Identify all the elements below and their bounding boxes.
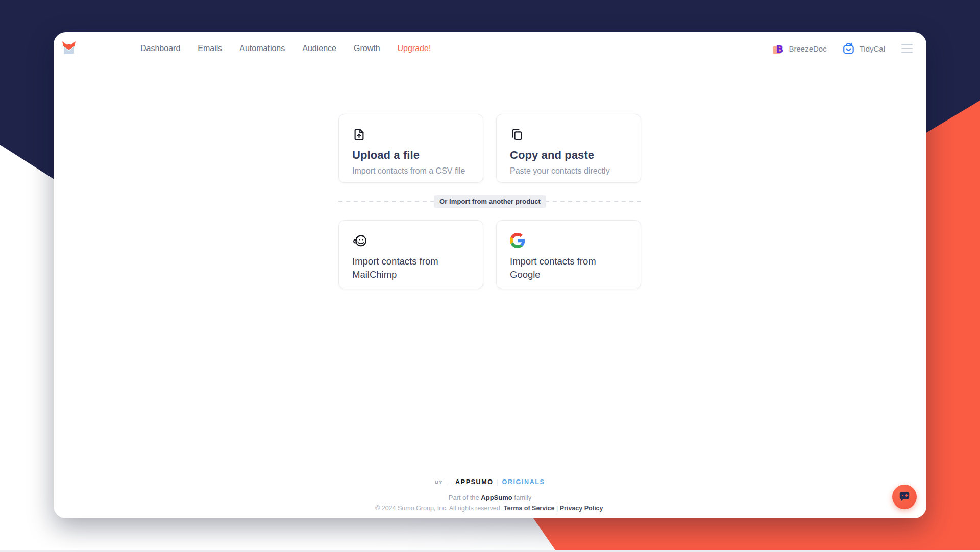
upload-file-subtitle: Import contacts from a CSV file [352,166,470,176]
mailchimp-icon [352,233,368,249]
privacy-policy-link[interactable]: Privacy Policy [560,505,603,512]
copy-paste-subtitle: Paste your contacts directly [510,166,627,176]
nav-item-growth[interactable]: Growth [354,44,380,53]
family-suffix: family [512,494,532,501]
import-providers-row: Import contacts from MailChimp Import co… [338,220,642,289]
family-brand: AppSumo [481,494,512,501]
import-methods-row: Upload a file Import contacts from a CSV… [338,114,642,183]
terms-of-service-link[interactable]: Terms of Service [504,505,555,512]
chat-widget-button[interactable] [892,485,917,509]
byline-pipe: | [497,478,498,486]
tidycal-label: TidyCal [860,44,885,53]
page-background: Dashboard Emails Automations Audience Gr… [0,0,980,552]
nav-item-emails[interactable]: Emails [198,44,222,53]
upload-file-card[interactable]: Upload a file Import contacts from a CSV… [338,114,483,183]
nav-right-group: B BreezeDoc TidyCal [772,42,914,55]
divider-badge: Or import from another product [434,195,546,208]
svg-text:B: B [776,43,783,55]
legal-separator: | [555,505,560,512]
copy-paste-title: Copy and paste [510,149,627,162]
mailchimp-import-card[interactable]: Import contacts from MailChimp [338,220,483,289]
google-import-title: Import contacts from Google [510,255,620,282]
appsumo-brand: APPSUMO [455,478,493,486]
copyright-line: © 2024 Sumo Group, Inc. All rights reser… [54,505,926,512]
google-import-card[interactable]: Import contacts from Google [496,220,641,289]
file-upload-icon [352,128,366,141]
family-prefix: Part of the [449,494,481,501]
upload-file-title: Upload a file [352,149,470,162]
copyright-text: © 2024 Sumo Group, Inc. All rights reser… [375,505,504,512]
breezedoc-icon: B [772,42,785,55]
nav-item-dashboard[interactable]: Dashboard [140,44,180,53]
nav-item-audience[interactable]: Audience [302,44,336,53]
byline-dash: — [446,479,452,485]
main-card: Dashboard Emails Automations Audience Gr… [54,32,926,518]
chat-bubble-icon [898,490,911,503]
menu-icon[interactable] [900,42,914,55]
tidycal-icon [842,42,855,55]
tidycal-button[interactable]: TidyCal [842,42,885,55]
mailchimp-import-title: Import contacts from MailChimp [352,255,462,282]
footer: BY — APPSUMO | ORIGINALS Part of the App… [54,478,926,512]
nav-item-automations[interactable]: Automations [239,44,285,53]
import-options-section: Upload a file Import contacts from a CSV… [338,114,642,289]
copy-paste-card[interactable]: Copy and paste Paste your contacts direc… [496,114,641,183]
top-navigation: Dashboard Emails Automations Audience Gr… [54,32,926,65]
originals-link[interactable]: ORIGINALS [502,478,545,486]
google-icon [510,233,525,248]
appsumo-byline: BY — APPSUMO | ORIGINALS [54,478,926,486]
by-label: BY [435,479,443,485]
breezedoc-button[interactable]: B BreezeDoc [772,42,827,55]
sendfox-logo-icon[interactable] [61,41,77,56]
import-divider: Or import from another product [338,195,642,208]
nav-item-upgrade[interactable]: Upgrade! [398,44,431,53]
nav-menu: Dashboard Emails Automations Audience Gr… [140,44,431,53]
copy-icon [510,128,524,141]
copyright-period: . [603,505,605,512]
breezedoc-label: BreezeDoc [789,44,827,53]
family-line: Part of the AppSumo family [54,494,926,501]
